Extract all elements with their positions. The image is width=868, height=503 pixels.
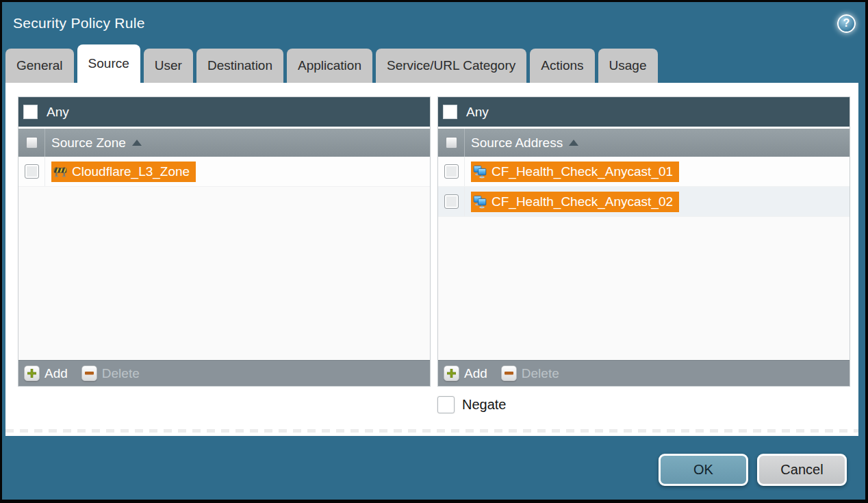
source-address-selectall-cell xyxy=(438,129,465,157)
source-zone-any-label: Any xyxy=(47,105,69,120)
address-object-label: CF_Health_Check_Anycast_02 xyxy=(492,194,673,209)
delete-button[interactable]: Delete xyxy=(501,365,559,381)
tab-general-label: General xyxy=(16,58,63,73)
source-zone-selectall-cell xyxy=(18,129,45,157)
source-zone-selectall-checkbox[interactable] xyxy=(26,137,38,149)
tab-actions-label: Actions xyxy=(541,58,583,73)
zone-object-label: Cloudflare_L3_Zone xyxy=(72,164,190,179)
security-policy-rule-dialog: Security Policy Rule ? General Source Us… xyxy=(0,0,868,503)
address-object-icon xyxy=(473,195,487,209)
sort-ascending-icon xyxy=(569,140,578,146)
source-address-column-header: Source Address xyxy=(438,127,850,157)
minus-icon xyxy=(81,365,97,381)
add-button[interactable]: Add xyxy=(24,365,68,381)
sort-ascending-icon xyxy=(132,140,142,146)
source-address-selectall-checkbox[interactable] xyxy=(446,137,457,149)
negate-checkbox[interactable] xyxy=(437,396,455,413)
tab-destination[interactable]: Destination xyxy=(196,49,283,83)
tab-general[interactable]: General xyxy=(5,49,74,83)
help-icon[interactable]: ? xyxy=(837,14,856,33)
zone-object-tag[interactable]: Cloudflare_L3_Zone xyxy=(51,162,196,182)
tab-usage[interactable]: Usage xyxy=(598,49,658,83)
source-address-list: CF_Health_Check_Anycast_01 xyxy=(438,157,850,360)
source-zone-column-header: Source Zone xyxy=(18,127,430,157)
row-checkbox-cell xyxy=(18,157,45,186)
source-tab-content: Any Source Zone xyxy=(5,83,858,436)
tab-source[interactable]: Source xyxy=(77,44,140,83)
row-checkbox-cell xyxy=(438,157,465,186)
source-zone-any-checkbox[interactable] xyxy=(23,105,38,119)
resize-grip xyxy=(5,429,858,433)
add-button-label: Add xyxy=(44,366,68,381)
source-zone-column-label: Source Zone xyxy=(51,136,126,151)
delete-button[interactable]: Delete xyxy=(81,365,140,381)
tab-application[interactable]: Application xyxy=(287,49,372,83)
address-object-tag[interactable]: CF_Health_Check_Anycast_01 xyxy=(471,162,679,182)
cancel-button[interactable]: Cancel xyxy=(757,454,847,486)
tab-strip: General Source User Destination Applicat… xyxy=(2,44,865,83)
source-zone-panel: Any Source Zone xyxy=(18,96,431,387)
table-row: CF_Health_Check_Anycast_02 xyxy=(438,187,850,217)
table-row: CF_Health_Check_Anycast_01 xyxy=(438,157,850,187)
tab-application-label: Application xyxy=(298,58,361,73)
negate-option: Negate xyxy=(437,396,507,413)
source-address-panel: Any Source Address xyxy=(437,96,850,387)
dialog-titlebar: Security Policy Rule ? xyxy=(2,2,865,44)
plus-icon xyxy=(24,365,40,381)
add-button-label: Add xyxy=(464,366,487,381)
minus-icon xyxy=(501,365,517,381)
add-button[interactable]: Add xyxy=(444,365,487,381)
table-row: Cloudflare_L3_Zone xyxy=(18,157,430,187)
negate-label: Negate xyxy=(462,397,507,413)
row-checkbox[interactable] xyxy=(444,194,459,209)
source-zone-footer: Add Delete xyxy=(18,360,430,386)
row-checkbox[interactable] xyxy=(444,164,459,179)
source-address-any-label: Any xyxy=(466,105,489,120)
dialog-buttons: OK Cancel xyxy=(659,454,847,486)
source-zone-list: Cloudflare_L3_Zone xyxy=(18,157,430,360)
address-object-icon xyxy=(473,165,487,179)
source-zone-column-sort[interactable]: Source Zone xyxy=(51,136,142,151)
source-address-any-checkbox[interactable] xyxy=(443,105,457,119)
tab-usage-label: Usage xyxy=(609,58,647,73)
zone-barricade-icon xyxy=(53,165,67,179)
source-address-footer: Add Delete xyxy=(438,360,850,386)
tab-source-label: Source xyxy=(88,56,129,71)
delete-button-label: Delete xyxy=(102,366,140,381)
dialog-title: Security Policy Rule xyxy=(13,15,145,31)
tab-actions[interactable]: Actions xyxy=(530,49,594,83)
ok-button[interactable]: OK xyxy=(659,454,748,486)
source-address-column-label: Source Address xyxy=(471,136,563,151)
panels-row: Any Source Zone xyxy=(18,96,850,387)
source-address-any-bar: Any xyxy=(438,97,850,127)
plus-icon xyxy=(444,365,459,381)
row-checkbox[interactable] xyxy=(25,164,39,179)
delete-button-label: Delete xyxy=(522,366,559,381)
source-address-column-sort[interactable]: Source Address xyxy=(471,136,578,151)
tab-service-url-category-label: Service/URL Category xyxy=(387,58,515,73)
tab-service-url-category[interactable]: Service/URL Category xyxy=(376,49,526,83)
source-zone-any-bar: Any xyxy=(18,97,430,127)
tab-user-label: User xyxy=(155,58,182,73)
address-object-tag[interactable]: CF_Health_Check_Anycast_02 xyxy=(471,192,679,212)
address-object-label: CF_Health_Check_Anycast_01 xyxy=(492,164,673,179)
tab-destination-label: Destination xyxy=(207,58,272,73)
tab-user[interactable]: User xyxy=(144,49,193,83)
row-checkbox-cell xyxy=(438,187,465,216)
